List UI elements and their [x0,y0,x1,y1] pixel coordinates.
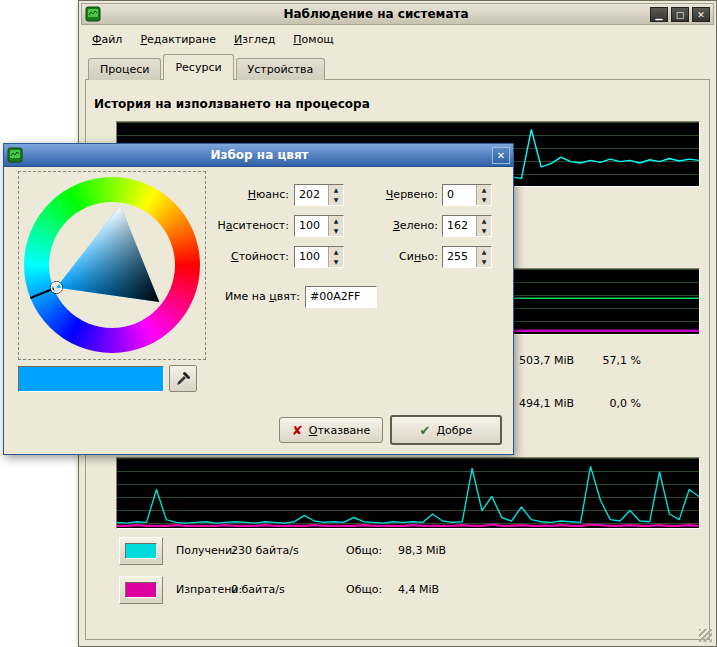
main-titlebar[interactable]: Наблюдение на системата ▁ □ ✕ [81,3,714,25]
ok-icon: ✔ [420,423,431,438]
eyedropper-icon [175,371,191,387]
color-picker-dialog: Избор на цвят ✕ [3,143,514,455]
spin-down-icon[interactable]: ▼ [329,195,343,205]
value-value: 100 [295,247,328,267]
swap-used-percent: 0,0 % [579,397,641,410]
hue-label: Нюанс: [169,184,289,206]
dialog-titlebar[interactable]: Избор на цвят ✕ [4,144,513,167]
blue-spinner[interactable]: 255 ▲▼ [442,246,492,268]
memory-used-percent: 57,1 % [579,354,641,367]
cancel-button[interactable]: ✘ Отказване [279,417,383,443]
received-label: Получени: [176,537,236,565]
red-value: 0 [443,185,476,205]
swap-used-value: 494,1 MiB [519,397,574,410]
eyedropper-button[interactable] [169,365,197,392]
saturation-value: 100 [295,216,328,236]
sent-color-button[interactable] [119,576,163,604]
ok-label: Добре [437,424,473,437]
menu-help[interactable]: Помощ [284,30,342,49]
ok-button[interactable]: ✔ Добре [390,415,502,445]
color-name-label: Име на цвят: [164,286,300,308]
tab-bar: Процеси Ресурси Устройства [88,54,327,80]
received-rate: 230 байта/s [231,537,299,565]
spin-up-icon[interactable]: ▲ [477,247,491,257]
dialog-title: Избор на цвят [27,148,492,162]
sent-total: 4,4 MiB [398,576,439,604]
sent-rate: 0 байта/s [231,576,285,604]
received-color-swatch [125,543,157,559]
spin-up-icon[interactable]: ▲ [329,247,343,257]
red-spinner[interactable]: 0 ▲▼ [442,184,492,206]
memory-used-value: 503,7 MiB [519,354,574,367]
menu-edit[interactable]: Редактиране [131,30,225,49]
sent-total-label: Общо: [346,576,382,604]
cancel-icon: ✘ [292,423,303,438]
color-preview [18,366,164,392]
spin-down-icon[interactable]: ▼ [477,195,491,205]
network-history-chart [116,457,700,529]
tab-processes[interactable]: Процеси [88,58,161,80]
menu-file[interactable]: Файл [83,30,131,49]
hue-spinner[interactable]: 202 ▲▼ [294,184,344,206]
cpu-section-title: История на използването на процесора [94,97,370,111]
window-title: Наблюдение на системата [105,7,647,21]
value-spinner[interactable]: 100 ▲▼ [294,246,344,268]
green-label: Зелено: [344,215,438,237]
hue-value: 202 [295,185,328,205]
sv-triangle-black [56,206,159,302]
spin-up-icon[interactable]: ▲ [329,185,343,195]
green-spinner[interactable]: 162 ▲▼ [442,215,492,237]
maximize-icon[interactable]: □ [671,7,689,22]
value-label: Стойност: [169,246,289,268]
resize-grip[interactable] [699,629,712,642]
close-icon[interactable]: ✕ [692,7,710,22]
dialog-icon [7,147,23,163]
spin-down-icon[interactable]: ▼ [329,226,343,236]
minimize-icon[interactable]: ▁ [650,7,668,22]
menu-view[interactable]: Изглед [225,30,284,49]
dialog-close-icon[interactable]: ✕ [492,147,510,164]
color-name-value: #00A2FF [306,287,376,307]
spin-down-icon[interactable]: ▼ [477,226,491,236]
spin-up-icon[interactable]: ▲ [329,216,343,226]
cancel-label: Отказване [309,424,371,437]
received-total-label: Общо: [346,537,382,565]
green-value: 162 [443,216,476,236]
spin-down-icon[interactable]: ▼ [329,257,343,267]
menubar: Файл Редактиране Изглед Помощ [83,28,712,50]
red-label: Червено: [344,184,438,206]
sent-color-swatch [125,582,157,598]
hue-marker [30,289,53,298]
saturation-label: Наситеност: [169,215,289,237]
received-color-button[interactable] [119,537,163,565]
blue-value: 255 [443,247,476,267]
color-name-input[interactable]: #00A2FF [305,286,377,308]
saturation-spinner[interactable]: 100 ▲▼ [294,215,344,237]
blue-label: Синьо: [344,246,438,268]
spin-up-icon[interactable]: ▲ [477,216,491,226]
spin-up-icon[interactable]: ▲ [477,185,491,195]
system-monitor-icon [85,6,101,22]
spin-down-icon[interactable]: ▼ [477,257,491,267]
received-total: 98,3 MiB [398,537,446,565]
tab-devices[interactable]: Устройства [236,58,326,80]
tab-resources[interactable]: Ресурси [163,54,233,80]
